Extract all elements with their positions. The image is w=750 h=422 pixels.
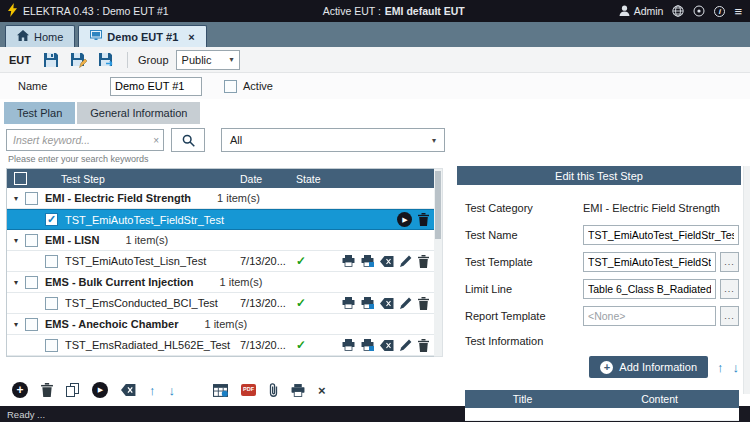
eut-name-input[interactable] [110,77,202,96]
test-checkbox[interactable] [45,339,58,352]
info-move-down-button[interactable] [733,361,740,374]
tab-home[interactable]: Home [5,25,75,47]
report-template-row: Report Template [465,302,739,329]
scrollbar-thumb[interactable] [435,171,441,239]
print-report-button[interactable] [361,339,374,351]
print-button[interactable] [291,384,305,397]
run-selected-button[interactable] [92,382,108,398]
print-report-button[interactable] [361,255,374,267]
collapse-caret-icon[interactable] [7,236,25,245]
delete-test-button[interactable] [418,339,429,352]
edit-test-button[interactable] [400,255,412,267]
info-move-up-button[interactable] [717,361,724,374]
save-as-button[interactable] [68,49,89,70]
active-eut-indicator: Active EUT :EMI default EUT [175,5,613,17]
test-category-value: EMI - Electric Field Strength [583,202,720,214]
move-up-button[interactable] [149,384,156,397]
test-information-label: Test Information [465,329,739,353]
report-table-button[interactable] [213,384,228,397]
add-information-button[interactable]: Add Information [589,356,708,378]
menu-icon[interactable] [734,5,742,18]
test-name-input[interactable] [583,225,739,245]
search-button[interactable] [171,128,205,152]
cancel-button[interactable] [318,383,326,398]
edit-test-button[interactable] [400,339,412,351]
run-test-button[interactable] [397,212,412,227]
group-row-emi-lisn[interactable]: EMI - LISN 1 item(s) [7,230,434,251]
clear-result-button[interactable] [380,298,394,309]
delete-test-button[interactable] [418,297,429,310]
test-checkbox[interactable] [45,213,58,226]
limit-line-input[interactable] [583,279,716,299]
tab-test-plan[interactable]: Test Plan [4,102,75,124]
close-tab-icon[interactable] [188,31,194,43]
group-row-ems-anechoic[interactable]: EMS - Anechoic Chamber 1 item(s) [7,314,434,335]
pdf-icon [241,384,256,396]
select-all-checkbox[interactable] [14,172,27,185]
test-row-bci[interactable]: TST_EmsConducted_BCI_Test 7/13/20... [7,293,434,314]
edit-test-step-panel: Edit this Test Step Test Category EMI - … [457,166,750,406]
limit-line-row: Limit Line [465,275,739,302]
move-down-button[interactable] [169,384,176,397]
delete-test-button[interactable] [418,255,429,268]
search-input[interactable] [7,130,163,150]
collapse-caret-icon[interactable] [7,194,25,203]
clear-result-button[interactable] [380,340,394,351]
copy-test-button[interactable] [66,383,79,397]
add-test-button[interactable] [12,382,28,398]
delete-selected-button[interactable] [41,383,53,397]
view-report-button[interactable] [342,339,355,351]
column-content: Content [580,390,739,408]
view-report-button[interactable] [342,255,355,267]
group-row-ems-bci[interactable]: EMS - Bulk Current Injection 1 item(s) [7,272,434,293]
group-name: EMI - LISN [45,234,99,246]
browse-report-template-button[interactable] [720,306,739,326]
view-report-button[interactable] [342,297,355,309]
print-report-button[interactable] [361,297,374,309]
status-circle-icon[interactable] [693,5,705,17]
panel-scrollbar[interactable] [743,166,750,394]
edit-test-button[interactable] [400,297,412,309]
tab-demo-eut[interactable]: Demo EUT #1 [78,25,206,47]
user-menu[interactable]: Admin [619,5,664,18]
plus-icon [600,361,613,374]
collapse-caret-icon[interactable] [7,320,25,329]
name-row: Name Active [0,73,750,99]
filter-select[interactable]: All [221,128,445,152]
test-row-hl562e[interactable]: TST_EmsRadiated_HL562E_Test 7/13/20... [7,335,434,356]
clear-results-button[interactable] [121,384,136,396]
active-checkbox[interactable] [224,80,237,93]
filter-select-value: All [230,134,242,146]
attachment-button[interactable] [269,383,278,397]
test-row-fieldstr-selected[interactable]: TST_EmiAutoTest_FieldStr_Test [7,209,434,230]
save-copy-button[interactable] [96,49,117,70]
group-name: EMS - Anechoic Chamber [45,318,178,330]
table-scrollbar[interactable] [434,168,443,357]
test-row-lisn[interactable]: TST_EmiAutoTest_Lisn_Test 7/13/20... [7,251,434,272]
tab-general-information[interactable]: General Information [77,102,200,124]
information-table-empty-row [465,408,739,421]
test-checkbox[interactable] [45,255,58,268]
save-button[interactable] [40,49,61,70]
clear-search-icon[interactable] [153,135,159,146]
browse-limit-line-button[interactable] [720,279,739,299]
window-title: ELEKTRA 0.43 : Demo EUT #1 [23,5,169,17]
group-row-emi-field-strength[interactable]: EMI - Electric Field Strength 1 item(s) [7,188,434,209]
clear-result-button[interactable] [380,256,394,267]
group-select[interactable]: Public [176,50,240,70]
pdf-report-button[interactable] [241,384,256,396]
test-checkbox[interactable] [45,297,58,310]
group-checkbox[interactable] [25,318,38,331]
group-checkbox[interactable] [25,276,38,289]
active-eut-value: EMI default EUT [385,5,465,17]
report-template-input[interactable] [583,306,716,326]
test-category-row: Test Category EMI - Electric Field Stren… [465,194,739,221]
group-checkbox[interactable] [25,234,38,247]
browse-test-template-button[interactable] [720,252,739,272]
collapse-caret-icon[interactable] [7,278,25,287]
group-checkbox[interactable] [25,192,38,205]
info-icon[interactable] [714,6,725,17]
delete-test-button[interactable] [418,213,429,226]
test-template-input[interactable] [583,252,716,272]
language-globe-icon[interactable] [672,5,684,17]
